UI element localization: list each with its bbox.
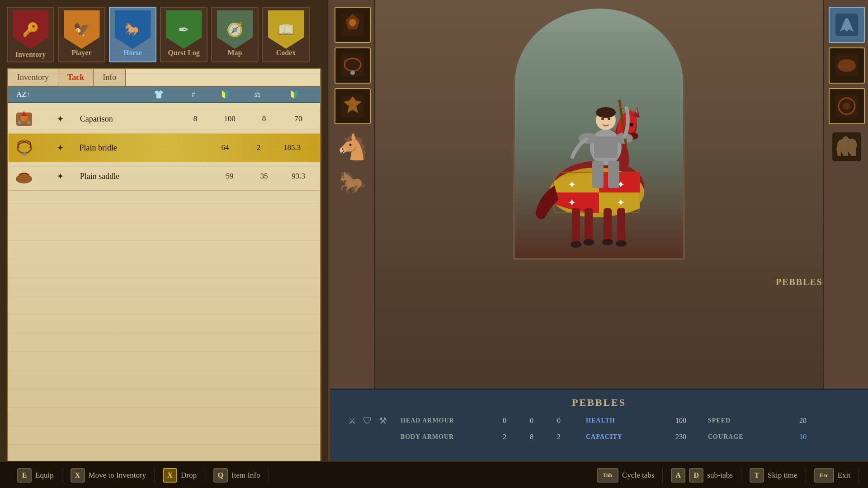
svg-point-45 bbox=[601, 117, 604, 120]
hotkey-move: X Move to Inventory bbox=[62, 468, 155, 483]
head-armour-val-0: 0 bbox=[491, 417, 518, 425]
bridle-val4: 185.3 bbox=[275, 143, 309, 152]
tab-player[interactable]: 🦅 Player bbox=[58, 7, 105, 62]
equip-slot-right-2[interactable] bbox=[829, 47, 865, 84]
subtab-key-d[interactable]: D bbox=[689, 468, 703, 483]
hotkey-subtabs: A D sub-tabs bbox=[663, 468, 741, 483]
drop-label: Drop bbox=[181, 471, 197, 480]
svg-rect-34 bbox=[617, 208, 625, 244]
tab-codex-label: Codex bbox=[276, 49, 296, 57]
capacity-val: 230 bbox=[663, 433, 699, 441]
shield-icon: 🛡 bbox=[363, 416, 372, 426]
equip-key[interactable]: E bbox=[17, 468, 32, 483]
cycle-label: Cycle tabs bbox=[622, 471, 654, 480]
caparison-val4: 70 bbox=[281, 114, 316, 123]
item-plain-saddle[interactable]: ✦ Plain saddle 59 35 93.3 bbox=[8, 162, 320, 191]
sword-icon: ⚔ bbox=[348, 415, 356, 426]
health-label: HEALTH bbox=[572, 417, 663, 424]
caparison-name: Caparison bbox=[80, 114, 178, 124]
item-plain-bridle[interactable]: ✦ Plain bridle 64 2 185.3 ⚜ bbox=[8, 133, 320, 162]
equip-slot-right-3[interactable] bbox=[829, 88, 865, 124]
bridle-name: Plain bridle bbox=[80, 143, 175, 153]
body-armour-val-1: 8 bbox=[518, 433, 545, 441]
horse-name: PEBBLES bbox=[776, 277, 823, 287]
hotkey-drop: X Drop bbox=[155, 468, 205, 483]
bridle-val2: 64 bbox=[208, 143, 242, 152]
svg-point-37 bbox=[602, 239, 613, 245]
hotkey-cycle: Tab Cycle tabs bbox=[589, 468, 663, 483]
drop-key[interactable]: X bbox=[163, 468, 177, 483]
sub-tab-tack[interactable]: Tack bbox=[58, 69, 94, 86]
left-panel: 🔑 Inventory 🦅 Player 🐎 Horse ✒ bbox=[0, 0, 330, 488]
tab-inventory-label: Inventory bbox=[15, 51, 46, 59]
equip-slot-caparison[interactable] bbox=[335, 7, 371, 43]
saddle-val4: 93.3 bbox=[281, 172, 316, 181]
cycle-key[interactable]: Tab bbox=[597, 468, 618, 483]
sub-tab-info[interactable]: Info bbox=[94, 69, 126, 86]
sort-icon[interactable]: AZ↑ bbox=[13, 90, 34, 99]
stats-area: PEBBLES ⚔ 🛡 ⚒ HEAD ARMOUR 0 0 0 HEALTH bbox=[330, 389, 868, 461]
subtabs-label: sub-tabs bbox=[707, 471, 733, 480]
head-armour-val-1: 0 bbox=[518, 417, 545, 425]
bridle-val3: 2 bbox=[242, 143, 275, 152]
info-key[interactable]: Q bbox=[213, 468, 228, 483]
skiptime-key[interactable]: T bbox=[750, 468, 764, 483]
skiptime-label: Skip time bbox=[768, 471, 797, 480]
svg-rect-33 bbox=[604, 208, 612, 242]
tab-codex[interactable]: 📖 Codex bbox=[262, 7, 310, 62]
equip-label: Equip bbox=[35, 471, 54, 480]
equip-slot-horse[interactable] bbox=[335, 88, 371, 124]
svg-point-6 bbox=[23, 152, 26, 155]
equip-slots-right bbox=[823, 0, 868, 389]
hotkey-equip: E Equip bbox=[9, 468, 62, 483]
col-header-shirt: 👕 bbox=[140, 89, 177, 99]
caparison-icon bbox=[13, 108, 35, 130]
sub-tab-inventory[interactable]: Inventory bbox=[8, 69, 58, 86]
bridle-icon bbox=[13, 136, 36, 159]
inventory-area: Inventory Tack Info AZ↑ 👕 # bbox=[7, 68, 321, 481]
svg-point-3 bbox=[18, 121, 21, 124]
tab-horse-label: Horse bbox=[123, 49, 142, 57]
equip-slot-right-1[interactable] bbox=[829, 7, 865, 43]
bridle-equipped-icon: ⚜ bbox=[309, 144, 315, 152]
saddle-val2: 59 bbox=[212, 172, 247, 181]
armour-icons-group: ⚔ 🛡 ⚒ bbox=[348, 415, 387, 426]
svg-point-57 bbox=[843, 103, 850, 110]
svg-rect-32 bbox=[585, 208, 593, 242]
horse-viewport: ✦ ✦ ✦ ✦ bbox=[375, 0, 823, 389]
items-list: ✦ Caparison 8 100 8 70 bbox=[8, 103, 320, 462]
move-label: Move to Inventory bbox=[89, 471, 146, 480]
equip-slots-left: 🐴 🐎 bbox=[330, 0, 375, 389]
svg-point-4 bbox=[27, 121, 31, 124]
col-header-condition: 🔰 bbox=[209, 90, 241, 99]
sub-tabs: Inventory Tack Info bbox=[8, 69, 320, 87]
tab-map[interactable]: 🧭 Map bbox=[211, 7, 259, 62]
speed-label: SPEED bbox=[699, 417, 789, 424]
col-header-count: # bbox=[177, 90, 209, 99]
svg-rect-50 bbox=[592, 161, 604, 188]
saddle-equip-icon: ✦ bbox=[41, 171, 80, 182]
tab-inventory[interactable]: 🔑 Inventory bbox=[7, 7, 54, 62]
health-val: 100 bbox=[663, 417, 699, 425]
equip-slot-bridle[interactable] bbox=[335, 47, 371, 84]
svg-point-36 bbox=[583, 239, 594, 245]
exit-key[interactable]: Esc bbox=[814, 468, 834, 483]
tab-questlog-label: Quest Log bbox=[168, 49, 200, 57]
hotkey-bar: E Equip X Move to Inventory X Drop Q Ite… bbox=[0, 461, 868, 488]
tab-horse[interactable]: 🐎 Horse bbox=[109, 7, 156, 62]
body-armour-val-2: 2 bbox=[545, 433, 572, 441]
item-caparison[interactable]: ✦ Caparison 8 100 8 70 bbox=[8, 105, 320, 133]
subtab-key-a[interactable]: A bbox=[671, 468, 685, 483]
horse-silhouette-slot: 🐴 bbox=[335, 129, 371, 165]
body-armour-val-0: 2 bbox=[491, 433, 518, 441]
nav-tab-bar: 🔑 Inventory 🦅 Player 🐎 Horse ✒ bbox=[7, 7, 321, 62]
caparison-val2: 100 bbox=[212, 114, 247, 123]
tab-questlog[interactable]: ✒ Quest Log bbox=[160, 7, 208, 62]
info-label: Item Info bbox=[231, 471, 260, 480]
svg-text:✦: ✦ bbox=[568, 197, 576, 208]
svg-point-46 bbox=[608, 117, 610, 120]
right-panel: 🐴 🐎 bbox=[330, 0, 868, 488]
move-key[interactable]: X bbox=[71, 468, 85, 483]
svg-point-11 bbox=[349, 19, 356, 26]
hotkey-info: Q Item Info bbox=[205, 468, 269, 483]
